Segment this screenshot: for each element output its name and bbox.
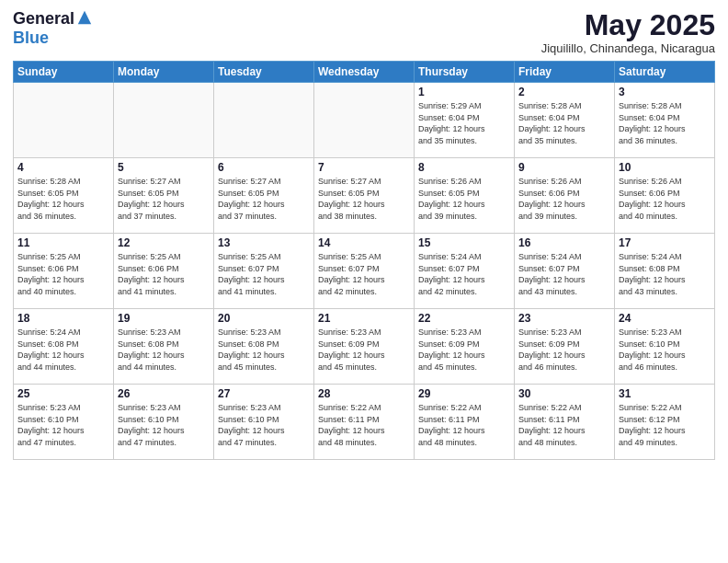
day-number: 7 <box>318 161 410 174</box>
calendar-cell: 15Sunrise: 5:24 AM Sunset: 6:07 PM Dayli… <box>415 234 515 309</box>
calendar-cell: 5Sunrise: 5:27 AM Sunset: 6:05 PM Daylig… <box>114 158 214 234</box>
calendar-cell: 2Sunrise: 5:28 AM Sunset: 6:04 PM Daylig… <box>515 83 615 158</box>
weekday-header-row: SundayMondayTuesdayWednesdayThursdayFrid… <box>14 62 715 83</box>
calendar-table: SundayMondayTuesdayWednesdayThursdayFrid… <box>13 61 715 460</box>
calendar-cell: 29Sunrise: 5:22 AM Sunset: 6:11 PM Dayli… <box>415 385 515 460</box>
calendar-week-4: 18Sunrise: 5:24 AM Sunset: 6:08 PM Dayli… <box>14 309 715 385</box>
day-info: Sunrise: 5:23 AM Sunset: 6:10 PM Dayligh… <box>118 402 210 448</box>
day-number: 5 <box>118 161 210 174</box>
weekday-header-thursday: Thursday <box>415 62 515 83</box>
day-number: 20 <box>218 312 310 325</box>
day-number: 4 <box>17 161 109 174</box>
page: General Blue May 2025 Jiquilillo, Chinan… <box>0 0 728 563</box>
calendar-cell: 7Sunrise: 5:27 AM Sunset: 6:05 PM Daylig… <box>314 158 415 234</box>
day-number: 16 <box>518 236 610 249</box>
calendar-week-1: 1Sunrise: 5:29 AM Sunset: 6:04 PM Daylig… <box>14 83 715 158</box>
location-subtitle: Jiquilillo, Chinandega, Nicaragua <box>541 41 715 55</box>
calendar-cell: 11Sunrise: 5:25 AM Sunset: 6:06 PM Dayli… <box>14 234 114 309</box>
day-number: 27 <box>218 387 310 400</box>
day-info: Sunrise: 5:23 AM Sunset: 6:08 PM Dayligh… <box>118 327 210 373</box>
day-number: 15 <box>418 236 510 249</box>
weekday-header-friday: Friday <box>515 62 615 83</box>
title-block: May 2025 Jiquilillo, Chinandega, Nicarag… <box>541 9 715 55</box>
day-info: Sunrise: 5:25 AM Sunset: 6:06 PM Dayligh… <box>118 251 210 297</box>
svg-marker-0 <box>78 10 91 23</box>
calendar-cell: 19Sunrise: 5:23 AM Sunset: 6:08 PM Dayli… <box>114 309 214 385</box>
day-info: Sunrise: 5:23 AM Sunset: 6:09 PM Dayligh… <box>418 327 510 373</box>
day-number: 31 <box>619 387 711 400</box>
day-number: 29 <box>418 387 510 400</box>
calendar-cell <box>114 83 214 158</box>
calendar-cell: 28Sunrise: 5:22 AM Sunset: 6:11 PM Dayli… <box>314 385 415 460</box>
day-info: Sunrise: 5:22 AM Sunset: 6:11 PM Dayligh… <box>318 402 410 448</box>
calendar-cell: 30Sunrise: 5:22 AM Sunset: 6:11 PM Dayli… <box>515 385 615 460</box>
weekday-header-monday: Monday <box>114 62 214 83</box>
calendar-cell: 6Sunrise: 5:27 AM Sunset: 6:05 PM Daylig… <box>214 158 314 234</box>
calendar-cell: 16Sunrise: 5:24 AM Sunset: 6:07 PM Dayli… <box>515 234 615 309</box>
day-info: Sunrise: 5:23 AM Sunset: 6:10 PM Dayligh… <box>619 327 711 373</box>
day-number: 11 <box>17 236 109 249</box>
day-info: Sunrise: 5:24 AM Sunset: 6:08 PM Dayligh… <box>619 251 711 297</box>
calendar-cell: 24Sunrise: 5:23 AM Sunset: 6:10 PM Dayli… <box>615 309 715 385</box>
month-title: May 2025 <box>541 9 715 41</box>
calendar-cell <box>314 83 415 158</box>
calendar-cell: 10Sunrise: 5:26 AM Sunset: 6:06 PM Dayli… <box>615 158 715 234</box>
calendar-cell <box>214 83 314 158</box>
day-info: Sunrise: 5:27 AM Sunset: 6:05 PM Dayligh… <box>318 176 410 222</box>
calendar-week-5: 25Sunrise: 5:23 AM Sunset: 6:10 PM Dayli… <box>14 385 715 460</box>
calendar-cell: 12Sunrise: 5:25 AM Sunset: 6:06 PM Dayli… <box>114 234 214 309</box>
day-info: Sunrise: 5:23 AM Sunset: 6:10 PM Dayligh… <box>17 402 109 448</box>
logo: General Blue <box>13 9 93 48</box>
day-info: Sunrise: 5:25 AM Sunset: 6:06 PM Dayligh… <box>17 251 109 297</box>
logo-blue-text: Blue <box>13 29 49 48</box>
day-number: 8 <box>418 161 510 174</box>
calendar-cell: 13Sunrise: 5:25 AM Sunset: 6:07 PM Dayli… <box>214 234 314 309</box>
day-info: Sunrise: 5:23 AM Sunset: 6:10 PM Dayligh… <box>218 402 310 448</box>
weekday-header-saturday: Saturday <box>615 62 715 83</box>
calendar-cell: 20Sunrise: 5:23 AM Sunset: 6:08 PM Dayli… <box>214 309 314 385</box>
day-number: 1 <box>418 86 510 98</box>
day-info: Sunrise: 5:28 AM Sunset: 6:04 PM Dayligh… <box>518 100 610 146</box>
calendar-cell: 22Sunrise: 5:23 AM Sunset: 6:09 PM Dayli… <box>415 309 515 385</box>
calendar-cell <box>14 83 114 158</box>
day-number: 19 <box>118 312 210 325</box>
day-number: 26 <box>118 387 210 400</box>
calendar-cell: 17Sunrise: 5:24 AM Sunset: 6:08 PM Dayli… <box>615 234 715 309</box>
day-number: 28 <box>318 387 410 400</box>
day-number: 18 <box>17 312 109 325</box>
day-number: 25 <box>17 387 109 400</box>
calendar-cell: 4Sunrise: 5:28 AM Sunset: 6:05 PM Daylig… <box>14 158 114 234</box>
day-number: 30 <box>518 387 610 400</box>
day-info: Sunrise: 5:25 AM Sunset: 6:07 PM Dayligh… <box>218 251 310 297</box>
day-number: 17 <box>619 236 711 249</box>
calendar-cell: 27Sunrise: 5:23 AM Sunset: 6:10 PM Dayli… <box>214 385 314 460</box>
day-info: Sunrise: 5:24 AM Sunset: 6:07 PM Dayligh… <box>518 251 610 297</box>
calendar-cell: 25Sunrise: 5:23 AM Sunset: 6:10 PM Dayli… <box>14 385 114 460</box>
day-info: Sunrise: 5:22 AM Sunset: 6:11 PM Dayligh… <box>418 402 510 448</box>
calendar-cell: 23Sunrise: 5:23 AM Sunset: 6:09 PM Dayli… <box>515 309 615 385</box>
calendar-cell: 18Sunrise: 5:24 AM Sunset: 6:08 PM Dayli… <box>14 309 114 385</box>
day-info: Sunrise: 5:23 AM Sunset: 6:09 PM Dayligh… <box>318 327 410 373</box>
day-number: 2 <box>518 86 610 98</box>
weekday-header-sunday: Sunday <box>14 62 114 83</box>
day-info: Sunrise: 5:26 AM Sunset: 6:06 PM Dayligh… <box>518 176 610 222</box>
day-info: Sunrise: 5:23 AM Sunset: 6:08 PM Dayligh… <box>218 327 310 373</box>
day-number: 21 <box>318 312 410 325</box>
calendar-week-2: 4Sunrise: 5:28 AM Sunset: 6:05 PM Daylig… <box>14 158 715 234</box>
calendar-cell: 3Sunrise: 5:28 AM Sunset: 6:04 PM Daylig… <box>615 83 715 158</box>
calendar-cell: 31Sunrise: 5:22 AM Sunset: 6:12 PM Dayli… <box>615 385 715 460</box>
day-number: 23 <box>518 312 610 325</box>
day-info: Sunrise: 5:25 AM Sunset: 6:07 PM Dayligh… <box>318 251 410 297</box>
day-info: Sunrise: 5:29 AM Sunset: 6:04 PM Dayligh… <box>418 100 510 146</box>
day-info: Sunrise: 5:24 AM Sunset: 6:08 PM Dayligh… <box>17 327 109 373</box>
logo-general-text: General <box>13 9 74 29</box>
day-number: 3 <box>619 86 711 98</box>
day-info: Sunrise: 5:26 AM Sunset: 6:05 PM Dayligh… <box>418 176 510 222</box>
calendar-week-3: 11Sunrise: 5:25 AM Sunset: 6:06 PM Dayli… <box>14 234 715 309</box>
calendar-cell: 8Sunrise: 5:26 AM Sunset: 6:05 PM Daylig… <box>415 158 515 234</box>
day-number: 13 <box>218 236 310 249</box>
day-info: Sunrise: 5:28 AM Sunset: 6:04 PM Dayligh… <box>619 100 711 146</box>
header: General Blue May 2025 Jiquilillo, Chinan… <box>13 9 715 55</box>
calendar-cell: 26Sunrise: 5:23 AM Sunset: 6:10 PM Dayli… <box>114 385 214 460</box>
day-info: Sunrise: 5:27 AM Sunset: 6:05 PM Dayligh… <box>218 176 310 222</box>
